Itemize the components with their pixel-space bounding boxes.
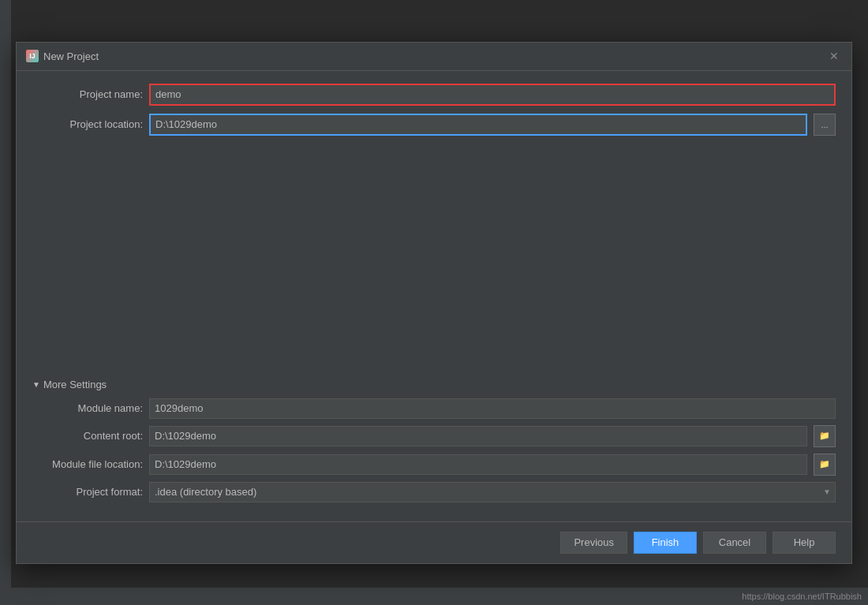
dialog-footer: Previous Finish Cancel Help: [17, 521, 851, 563]
help-button[interactable]: Help: [773, 532, 836, 554]
dialog-body: Project name: Project location: ... ▼ Mo…: [17, 71, 851, 515]
dialog-title: New Project: [43, 50, 99, 62]
project-format-label: Project format:: [32, 486, 143, 498]
project-format-row: Project format: .idea (directory based) …: [32, 482, 836, 502]
module-file-location-label: Module file location:: [32, 458, 143, 470]
content-root-row: Content root: 📁: [32, 425, 836, 447]
project-name-input[interactable]: [149, 84, 836, 106]
more-settings-body: Module name: Content root: 📁 Module file: [32, 398, 836, 502]
dialog-close-button[interactable]: ✕: [826, 48, 842, 64]
previous-button[interactable]: Previous: [560, 532, 627, 554]
dialog-app-icon: IJ: [26, 50, 39, 62]
content-root-label: Content root:: [32, 430, 143, 442]
cancel-button[interactable]: Cancel: [703, 532, 766, 554]
content-root-browse-button[interactable]: 📁: [814, 425, 836, 447]
dialog-titlebar: IJ New Project ✕: [17, 43, 851, 71]
dialog-overlay: https://blog.csdn.net/ITRubbish IJ New P…: [0, 0, 868, 605]
project-name-label: Project name:: [32, 88, 143, 100]
folder-icon: 📁: [819, 431, 830, 441]
project-format-select[interactable]: .idea (directory based) .ipr (file based…: [149, 482, 836, 502]
folder-icon-2: 📁: [819, 459, 830, 469]
ide-statusbar: https://blog.csdn.net/ITRubbish: [0, 588, 868, 605]
finish-button[interactable]: Finish: [634, 532, 697, 554]
triangle-icon: ▼: [32, 380, 40, 389]
project-location-input[interactable]: [149, 114, 807, 136]
spacer: [32, 144, 836, 364]
module-name-input[interactable]: [149, 398, 836, 419]
module-name-label: Module name:: [32, 402, 143, 414]
project-location-label: Project location:: [32, 118, 143, 130]
module-file-location-row: Module file location: 📁: [32, 454, 836, 476]
project-format-select-wrapper: .idea (directory based) .ipr (file based…: [149, 482, 836, 502]
more-settings-label: More Settings: [43, 379, 107, 390]
dialog-title-left: IJ New Project: [26, 50, 99, 62]
more-settings-toggle[interactable]: ▼ More Settings: [32, 375, 836, 394]
project-name-row: Project name:: [32, 84, 836, 106]
ide-sidebar: [0, 0, 11, 605]
content-root-input[interactable]: [149, 426, 807, 446]
module-file-location-input[interactable]: [149, 454, 807, 475]
statusbar-url: https://blog.csdn.net/ITRubbish: [742, 592, 862, 601]
more-settings-section: ▼ More Settings Module name: Content roo…: [32, 375, 836, 502]
project-location-row: Project location: ...: [32, 114, 836, 136]
module-name-row: Module name:: [32, 398, 836, 419]
module-file-location-browse-button[interactable]: 📁: [814, 454, 836, 476]
new-project-dialog: IJ New Project ✕ Project name: Project l…: [16, 42, 852, 564]
project-location-browse-button[interactable]: ...: [814, 114, 836, 136]
